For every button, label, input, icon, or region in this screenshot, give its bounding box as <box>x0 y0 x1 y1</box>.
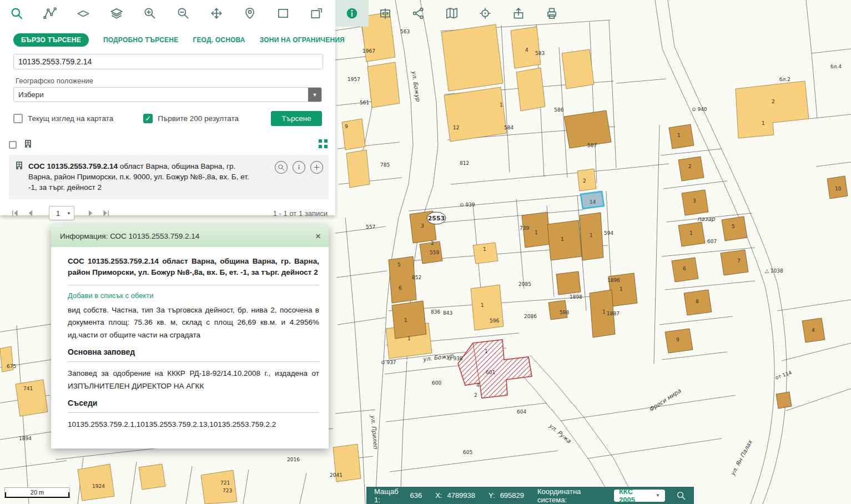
chevron-down-icon: ▼ <box>656 493 660 498</box>
search-button[interactable]: Търсене <box>271 111 322 126</box>
map-label: 1 <box>535 230 538 235</box>
map-label: 1 <box>407 336 411 341</box>
map-label: 1 <box>602 309 606 315</box>
first-200-results-label: Първите 200 резултата <box>158 114 239 123</box>
measure-tool-icon[interactable] <box>33 0 67 27</box>
map-label: 2016 <box>287 457 300 462</box>
first-page-button[interactable] <box>11 209 19 217</box>
info-tool-icon[interactable] <box>335 0 369 27</box>
next-page-button[interactable] <box>87 209 94 217</box>
previous-page-button[interactable] <box>27 209 34 217</box>
share-tool-icon[interactable] <box>402 0 435 27</box>
map-label: 584 <box>504 125 513 130</box>
map-label: 2041 <box>330 472 343 478</box>
toolbar-right <box>335 0 568 27</box>
crs-select[interactable]: ККС 2005 ▼ <box>614 490 665 502</box>
coordinate-search-icon[interactable] <box>676 491 686 501</box>
add-result-button[interactable] <box>310 161 323 174</box>
map-label: 5 <box>732 224 735 229</box>
map-label: 675 <box>7 364 16 369</box>
chevron-down-icon: ▼ <box>67 211 74 216</box>
swipe-tool-icon[interactable] <box>369 0 402 27</box>
map-label: 785 <box>380 162 390 168</box>
main-order-text: Заповед за одобрение на КККР РД-18-92/14… <box>68 367 319 393</box>
expand-results-icon[interactable] <box>319 139 328 150</box>
building-icon <box>24 139 32 150</box>
map-label: 586 <box>554 107 563 113</box>
map-label: 2 <box>583 178 586 184</box>
scale-bar-label: 20 m <box>31 489 44 496</box>
map-label: 1 <box>590 233 593 238</box>
tab-restriction-zones[interactable]: ЗОНИ НА ОГРАНИЧЕНИЯ <box>260 36 345 44</box>
search-options-row: Текущ изглед на картата ✓ Първите 200 ре… <box>13 111 322 126</box>
map-label: 559 <box>430 250 439 255</box>
add-to-object-list-link[interactable]: Добави в списък с обекти <box>68 291 154 300</box>
last-page-button[interactable] <box>102 209 110 217</box>
map-label: 2 <box>688 164 692 169</box>
geo-position-select[interactable]: Избери ▼ <box>13 87 322 102</box>
map-label: 605 <box>463 450 472 455</box>
basemap-tool-icon[interactable] <box>435 0 469 27</box>
info-popup-header[interactable]: Информация: СОС 10135.2553.759.2.14 × <box>51 225 329 247</box>
flat-layer-tool-icon[interactable] <box>67 0 100 27</box>
export-tool-icon[interactable] <box>502 0 535 27</box>
zoom-in-tool-icon[interactable] <box>133 0 167 27</box>
map-label: 1 <box>561 236 564 242</box>
y-coordinate-label: Y: <box>489 491 495 500</box>
location-tool-icon[interactable] <box>233 0 266 27</box>
first-200-results-checkbox[interactable]: ✓ <box>143 114 153 123</box>
map-label: 741 <box>23 386 33 391</box>
map-label: 12 <box>453 125 459 130</box>
map-label: 587 <box>587 143 597 148</box>
map-label: △ 1038 <box>765 268 783 274</box>
map-label: 3 <box>421 223 424 229</box>
map-label: 1924 <box>92 483 105 489</box>
map-label: 852 <box>412 275 421 280</box>
zoom-out-tool-icon[interactable] <box>167 0 200 27</box>
chevron-down-icon[interactable]: ▼ <box>308 88 321 102</box>
pan-tool-icon[interactable] <box>200 0 233 27</box>
map-label: 1898 <box>570 294 582 300</box>
result-item[interactable]: СОС 10135.2553.759.2.14 област Варна, об… <box>9 155 329 199</box>
map-label: 1 <box>483 246 486 252</box>
search-tool-icon[interactable] <box>0 0 33 27</box>
map-label: ⊙ 940 <box>692 107 707 112</box>
x-coordinate-label: X: <box>435 491 442 500</box>
map-label: 583 <box>535 51 545 56</box>
result-text: СОС 10135.2553.759.2.14 област Варна, об… <box>28 161 250 193</box>
gps-tool-icon[interactable] <box>469 0 502 27</box>
layers-tool-icon[interactable] <box>100 0 133 27</box>
map-label: 1 <box>500 102 503 108</box>
info-popup: Информация: СОС 10135.2553.759.2.14 × СО… <box>51 225 329 448</box>
previous-extent-tool-icon[interactable] <box>300 0 333 27</box>
search-input[interactable] <box>13 54 323 69</box>
map-label: 2 <box>431 240 434 246</box>
result-info-button[interactable] <box>293 161 305 174</box>
results-header-row <box>9 139 328 150</box>
info-popup-body: СОС 10135.2553.759.2.14 област Варна, об… <box>51 247 329 431</box>
tab-detailed-search[interactable]: ПОДРОБНО ТЪРСЕНЕ <box>103 36 179 44</box>
map-label: 1 <box>677 133 681 138</box>
map-label: 7 <box>737 258 741 264</box>
extent-tool-icon[interactable] <box>266 0 300 27</box>
map-label: 6 <box>399 285 402 291</box>
page-select-value: 1 <box>49 209 67 218</box>
map-label: 594 <box>604 230 613 236</box>
close-icon[interactable]: × <box>315 231 321 241</box>
select-all-results-checkbox[interactable] <box>9 141 17 149</box>
main-order-header: Основна заповед <box>68 347 319 362</box>
page-select[interactable]: 1 ▼ <box>49 206 74 220</box>
current-map-view-checkbox[interactable] <box>13 114 23 123</box>
map-label: 1 <box>481 303 484 308</box>
print-tool-icon[interactable] <box>535 0 568 27</box>
tab-geodetic-basis[interactable]: ГЕОД. ОСНОВА <box>193 36 245 44</box>
tab-quick-search[interactable]: БЪРЗО ТЪРСЕНЕ <box>13 33 89 47</box>
x-coordinate-value: 4789938 <box>447 491 475 500</box>
map-label: 600 <box>432 380 441 386</box>
zoom-to-result-button[interactable] <box>275 161 288 174</box>
map-label: 601 <box>486 370 495 375</box>
map-label: 10 <box>835 186 842 191</box>
y-coordinate-value: 695829 <box>500 491 524 500</box>
map-label: бл.4 <box>830 64 842 69</box>
map-label: 4 <box>812 327 815 333</box>
